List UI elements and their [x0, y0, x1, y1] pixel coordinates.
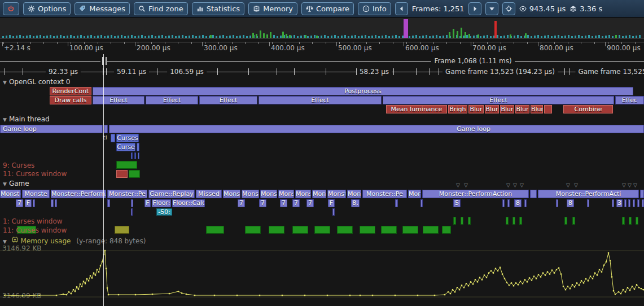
zone-effec[interactable]: Effec	[615, 96, 644, 104]
zone-8[interactable]: 8.	[351, 199, 360, 207]
zone-bar[interactable]	[612, 199, 614, 207]
zone-blur[interactable]: Blur	[531, 105, 543, 113]
zone-floor[interactable]: Floor:	[152, 199, 171, 207]
zone-monster-pe[interactable]: Monster::Pe	[107, 190, 147, 198]
zone-50[interactable]: -50:	[156, 208, 172, 216]
zone-bar[interactable]	[131, 199, 133, 207]
zone-bar[interactable]	[55, 199, 57, 207]
zone-monste[interactable]: Monste	[22, 190, 50, 198]
zone-missed[interactable]: Missed	[196, 190, 222, 198]
zone-bar[interactable]	[530, 190, 537, 198]
zone-bar[interactable]	[138, 152, 139, 159]
zone-bar[interactable]	[360, 226, 375, 234]
zone-effect[interactable]: Effect	[146, 96, 198, 104]
zone-bar[interactable]	[107, 199, 110, 207]
zone-monst[interactable]: Monst	[278, 190, 294, 198]
message-marker-icon[interactable]: ▽	[574, 183, 578, 187]
zone-blur[interactable]: Blur	[485, 105, 499, 113]
zone-bar[interactable]	[116, 161, 137, 169]
zone-7[interactable]: 7	[259, 199, 266, 207]
collapse-triangle-icon[interactable]: ▼	[3, 117, 7, 123]
zone-bar[interactable]	[642, 199, 644, 207]
zone-bar[interactable]	[131, 152, 133, 159]
zone-7[interactable]: 7	[292, 199, 300, 207]
zone-monst[interactable]: Monst	[223, 190, 240, 198]
zone-game-loop[interactable]: Game loop	[0, 125, 103, 133]
zone-monste[interactable]: Monste	[312, 190, 326, 198]
zone-bar[interactable]	[624, 199, 627, 207]
zone-bar[interactable]	[104, 125, 108, 133]
zone-bar[interactable]	[442, 226, 451, 234]
zone-bar[interactable]	[461, 217, 463, 225]
zone-mean-luminance[interactable]: Mean luminance	[386, 105, 447, 113]
zone-bar[interactable]	[395, 199, 398, 207]
zone-f[interactable]: F	[25, 199, 32, 207]
zone-bar[interactable]	[519, 217, 522, 225]
zone-blur[interactable]: Blur	[468, 105, 484, 113]
zone-monster-performaction[interactable]: Monster::PerformAction	[422, 190, 529, 198]
message-marker-icon[interactable]: ▽	[520, 183, 524, 187]
zone-bar[interactable]	[637, 199, 639, 207]
zone-mons[interactable]: Mons	[347, 190, 361, 198]
plot-thread-label[interactable]: 11: Curses window	[3, 170, 67, 178]
zone-monster-performa[interactable]: Monster::PerformA	[51, 190, 106, 198]
message-marker-icon[interactable]: ▽	[506, 183, 510, 187]
zone-bar[interactable]	[337, 226, 353, 234]
zone-rendercont[interactable]: RenderCont	[50, 87, 91, 95]
zone-combine[interactable]: Combine	[563, 105, 613, 113]
zone-monster-performacti[interactable]: Monster::PerformActi	[538, 190, 639, 198]
zone-effect[interactable]: Effect	[93, 96, 144, 104]
zone-bar[interactable]	[402, 226, 418, 234]
zone-bar[interactable]	[544, 105, 552, 113]
message-marker-icon[interactable]: ▽	[464, 183, 468, 187]
collapse-triangle-icon[interactable]: ▼	[3, 239, 7, 244]
zone-bar[interactable]	[116, 170, 128, 178]
zone-bar[interactable]	[134, 152, 136, 159]
zone-postprocess[interactable]: Postprocess	[93, 87, 633, 95]
zone-3[interactable]: 3	[616, 199, 623, 207]
zone-8[interactable]: 8	[514, 199, 522, 207]
collapse-triangle-icon[interactable]: ▼	[3, 181, 7, 187]
zone-8[interactable]: 8	[567, 199, 574, 207]
section-header[interactable]: ▼Game	[3, 180, 29, 187]
collapse-triangle-icon[interactable]: ▼	[3, 80, 7, 85]
zone-mons[interactable]: Mons	[408, 190, 421, 198]
zone-5[interactable]: 5	[453, 199, 461, 207]
zone-bar[interactable]	[468, 217, 471, 225]
zone-f[interactable]: F	[144, 199, 151, 207]
zone-bar[interactable]	[111, 134, 115, 142]
zone-bar[interactable]	[453, 217, 456, 225]
zone-bar[interactable]	[423, 226, 439, 234]
plot-thread-label[interactable]: 1: Curses window	[3, 217, 63, 225]
zone-brigh[interactable]: Brigh	[448, 105, 467, 113]
zone-bar[interactable]	[556, 199, 558, 207]
zone-bar[interactable]	[572, 217, 575, 225]
zone-7[interactable]: 7	[306, 199, 314, 207]
zone-bar[interactable]	[507, 199, 510, 207]
plot-thread-label[interactable]: 11: Curses window	[3, 226, 67, 234]
zone-bar[interactable]	[129, 170, 140, 178]
zone-bar[interactable]	[381, 226, 397, 234]
section-header[interactable]: ▼Main thread	[3, 115, 50, 123]
zone-7[interactable]: 7	[280, 199, 287, 207]
zone-7[interactable]: 7	[238, 199, 245, 207]
zone-bar[interactable]	[628, 199, 630, 207]
plot-thread-label[interactable]: 9: Curses	[3, 161, 34, 169]
zone-7[interactable]: 7	[16, 199, 23, 207]
message-marker-icon[interactable]: ▽	[513, 183, 517, 187]
zone-f[interactable]: F	[328, 199, 335, 207]
zone-floor-calc[interactable]: Floor::Calc	[172, 199, 205, 207]
message-marker-icon[interactable]: ▽	[633, 183, 637, 187]
zone-bar[interactable]	[502, 199, 505, 207]
zone-effect[interactable]: Effect	[259, 96, 382, 104]
zone-bar[interactable]	[131, 208, 133, 216]
zone-effect[interactable]: Effect	[383, 96, 614, 104]
zone-bar[interactable]	[33, 199, 35, 207]
zone-bar[interactable]	[245, 226, 261, 234]
zone-bar[interactable]	[640, 190, 644, 198]
section-header[interactable]: ▼OpenGL context 0	[3, 78, 70, 86]
message-marker-icon[interactable]: ▽	[628, 183, 632, 187]
zone-bar[interactable]	[314, 226, 330, 234]
zone-monste[interactable]: Monste	[0, 190, 21, 198]
zone-bar[interactable]	[292, 226, 308, 234]
